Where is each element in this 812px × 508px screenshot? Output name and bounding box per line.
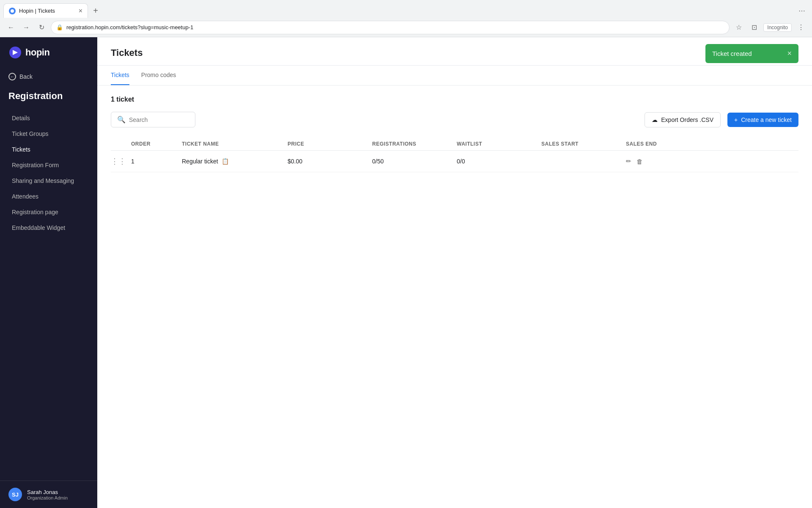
footer-user: Sarah Jonas Organization Admin: [27, 489, 68, 500]
hopin-logo-icon: [8, 46, 22, 59]
delete-icon[interactable]: 🗑: [636, 158, 643, 165]
bookmark-button[interactable]: ☆: [733, 22, 745, 33]
toolbar: 🔍 ☁ Export Orders .CSV + Create a new ti…: [111, 112, 798, 127]
row-sales-end: ✏ 🗑: [626, 157, 660, 165]
main-header: Tickets: [97, 37, 812, 66]
sidebar-item-details[interactable]: Details: [3, 110, 94, 126]
sidebar-item-attendees[interactable]: Attendees: [3, 189, 94, 204]
url-text: registration.hopin.com/tickets?slug=musi…: [66, 24, 724, 30]
app-container: hopin ← Back Registration Details Ticket…: [0, 37, 812, 508]
forward-nav-button[interactable]: →: [20, 22, 32, 33]
svg-point-0: [11, 9, 14, 13]
browser-tab[interactable]: Hopin | Tickets ×: [3, 3, 88, 18]
edit-icon[interactable]: ✏: [626, 157, 631, 165]
sidebar-logo: hopin: [0, 37, 97, 69]
sidebar-item-registration-form[interactable]: Registration Form: [3, 157, 94, 173]
col-order: ORDER: [131, 141, 182, 147]
url-bar[interactable]: 🔒 registration.hopin.com/tickets?slug=mu…: [51, 21, 730, 34]
row-ticket-name-cell: Regular ticket 📋: [182, 158, 288, 165]
row-order: 1: [131, 158, 182, 165]
sidebar: hopin ← Back Registration Details Ticket…: [0, 37, 97, 508]
back-icon: ←: [8, 73, 16, 80]
lock-icon: 🔒: [56, 24, 63, 30]
table-header: ORDER TICKET NAME PRICE REGISTRATIONS WA…: [111, 138, 798, 151]
drag-handle[interactable]: ⋮⋮: [111, 157, 131, 166]
browser-menu-button[interactable]: ⋯: [798, 7, 809, 15]
avatar: SJ: [8, 488, 22, 501]
tab-tickets[interactable]: Tickets: [111, 66, 129, 85]
browser-chrome: Hopin | Tickets × + ⋯ ← → ↻ 🔒 registrati…: [0, 0, 812, 37]
footer-role: Organization Admin: [27, 495, 68, 500]
sidebar-item-embeddable-widget[interactable]: Embeddable Widget: [3, 220, 94, 235]
drag-handle-icon: ⋮⋮: [111, 157, 126, 166]
col-drag: [111, 141, 131, 147]
toast-message: Ticket created: [712, 50, 752, 57]
export-btn-label: Export Orders .CSV: [661, 116, 713, 123]
col-registrations: REGISTRATIONS: [372, 141, 457, 147]
sidebar-footer: SJ Sarah Jonas Organization Admin: [0, 480, 97, 508]
row-ticket-name: Regular ticket: [182, 158, 218, 165]
page-title: Tickets: [111, 47, 143, 58]
toolbar-actions: ☁ Export Orders .CSV + Create a new tick…: [645, 112, 798, 127]
search-icon: 🔍: [117, 116, 126, 124]
main-content: Ticket created × Tickets Tickets Promo c…: [97, 37, 812, 508]
content-area: 1 ticket 🔍 ☁ Export Orders .CSV + Create…: [97, 86, 812, 182]
toast-notification: Ticket created ×: [705, 44, 798, 63]
browser-actions: ☆ ⊡ Incognito ⋮: [733, 22, 807, 33]
create-ticket-button[interactable]: + Create a new ticket: [727, 113, 798, 127]
reload-button[interactable]: ↻: [36, 22, 47, 33]
back-label: Back: [19, 73, 33, 80]
new-tab-button[interactable]: +: [90, 5, 102, 17]
copy-icon[interactable]: 📋: [222, 158, 229, 165]
export-icon: ☁: [652, 116, 658, 123]
sidebar-section-title: Registration: [0, 87, 97, 110]
back-nav-button[interactable]: ←: [5, 22, 17, 33]
search-box[interactable]: 🔍: [111, 112, 195, 127]
col-ticket-name: TICKET NAME: [182, 141, 288, 147]
plus-icon: +: [734, 116, 738, 123]
toast-close-button[interactable]: ×: [787, 49, 792, 58]
search-input[interactable]: [129, 116, 189, 123]
table-row: ⋮⋮ 1 Regular ticket 📋 $0.00 0/50 0/0 ✏: [111, 151, 798, 172]
row-price: $0.00: [288, 158, 372, 165]
tab-title: Hopin | Tickets: [19, 8, 75, 14]
tab-close-button[interactable]: ×: [79, 8, 82, 14]
tab-promo-codes[interactable]: Promo codes: [141, 66, 176, 85]
back-button[interactable]: ← Back: [0, 69, 97, 87]
export-csv-button[interactable]: ☁ Export Orders .CSV: [645, 112, 721, 127]
ticket-count: 1 ticket: [111, 96, 798, 103]
sidebar-item-ticket-groups[interactable]: Ticket Groups: [3, 126, 94, 141]
logo-text: hopin: [25, 47, 49, 58]
incognito-badge[interactable]: Incognito: [763, 23, 792, 32]
tab-bar: Hopin | Tickets × + ⋯: [0, 0, 812, 18]
browser-controls: ← → ↻ 🔒 registration.hopin.com/tickets?s…: [0, 18, 812, 37]
col-waitlist: WAITLIST: [457, 141, 541, 147]
tabs-bar: Tickets Promo codes: [97, 66, 812, 86]
row-registrations: 0/50: [372, 158, 457, 165]
col-price: PRICE: [288, 141, 372, 147]
split-screen-button[interactable]: ⊡: [748, 22, 760, 33]
col-sales-end: SALES END: [626, 141, 660, 147]
sidebar-nav: Details Ticket Groups Tickets Registrati…: [0, 110, 97, 480]
create-btn-label: Create a new ticket: [741, 116, 792, 123]
footer-username: Sarah Jonas: [27, 489, 68, 495]
row-actions: ✏ 🗑: [626, 157, 660, 165]
tab-favicon: [9, 8, 16, 14]
sidebar-item-registration-page[interactable]: Registration page: [3, 204, 94, 220]
row-waitlist: 0/0: [457, 158, 541, 165]
col-sales-start: SALES START: [541, 141, 626, 147]
sidebar-item-tickets[interactable]: Tickets: [3, 142, 94, 157]
sidebar-item-sharing-messaging[interactable]: Sharing and Messaging: [3, 173, 94, 188]
tickets-table: ORDER TICKET NAME PRICE REGISTRATIONS WA…: [111, 138, 798, 172]
browser-more-button[interactable]: ⋮: [795, 22, 807, 33]
